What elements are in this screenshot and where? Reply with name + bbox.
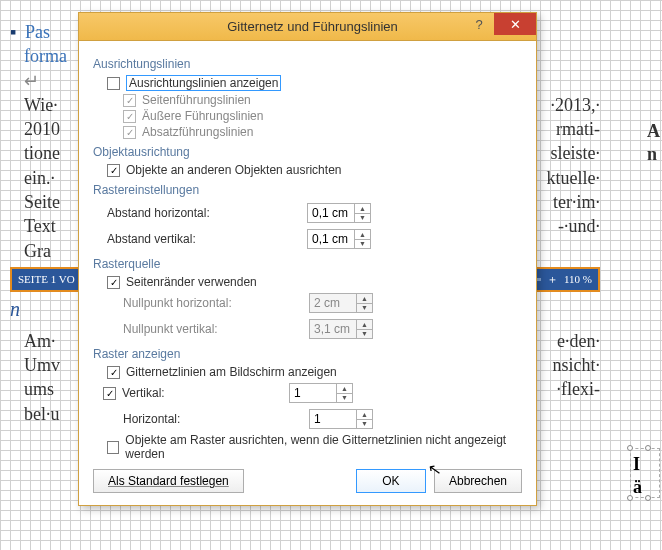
- chevron-up-icon[interactable]: ▲: [337, 384, 352, 394]
- heading-line2: forma: [24, 46, 67, 66]
- spin-origin-h: 2 cm ▲▼: [309, 293, 373, 313]
- lbl-use-margins: Seitenränder verwenden: [126, 275, 257, 289]
- chk-use-margins[interactable]: [107, 276, 120, 289]
- close-button[interactable]: ✕: [494, 13, 536, 35]
- chevron-down-icon[interactable]: ▼: [337, 394, 352, 403]
- lbl-outer-guides: Äußere Führungslinien: [142, 109, 263, 123]
- para2-right: e·den· nsicht· ·flexi-: [553, 329, 601, 426]
- chevron-up-icon: ▲: [357, 294, 372, 304]
- grid-guides-dialog: Gitternetz und Führungslinien ? ✕ Ausric…: [78, 12, 537, 506]
- para1-left: Wie· 2010 tione ein.· Seite Text Gra: [24, 93, 60, 263]
- lbl-para-guides: Absatzführungslinien: [142, 125, 253, 139]
- spin-origin-v: 3,1 cm ▲▼: [309, 319, 373, 339]
- chevron-down-icon: ▼: [357, 304, 372, 313]
- status-page: SEITE 1 VO: [18, 272, 75, 287]
- spin-h-spacing[interactable]: 0,1 cm ▲▼: [307, 203, 371, 223]
- para1-right: ·2013,· rmati- sleiste· ktuelle· ter·im·…: [547, 93, 600, 263]
- lbl-h-spacing: Abstand horizontal:: [107, 206, 307, 220]
- chevron-up-icon: ▲: [357, 320, 372, 330]
- spin-horizontal[interactable]: 1 ▲▼: [309, 409, 373, 429]
- status-zoom: 110 %: [564, 272, 592, 287]
- lbl-horizontal: Horizontal:: [123, 412, 309, 426]
- lbl-origin-v: Nullpunkt vertikal:: [123, 322, 309, 336]
- zoom-plus-icon[interactable]: ＋: [547, 272, 558, 287]
- side-text: A n: [647, 120, 660, 167]
- lbl-snap-objects: Objekte an anderen Objekten ausrichten: [126, 163, 341, 177]
- cancel-button[interactable]: Abbrechen: [434, 469, 522, 493]
- chk-snap-when-hidden[interactable]: [107, 441, 119, 454]
- chk-para-guides: [123, 126, 136, 139]
- help-button[interactable]: ?: [464, 13, 494, 35]
- group-grid-settings: Rastereinstellungen: [93, 183, 522, 197]
- chk-show-grid[interactable]: [107, 366, 120, 379]
- set-default-button[interactable]: Als Standard festlegen: [93, 469, 244, 493]
- para2-left: Am· Umv ums bel·u: [24, 329, 60, 426]
- group-grid-origin: Rasterquelle: [93, 257, 522, 271]
- side-selection-box: I ä: [630, 448, 660, 498]
- heading-fragment-left: Pas: [25, 22, 50, 42]
- spin-vertical[interactable]: 1 ▲▼: [289, 383, 353, 403]
- lbl-page-guides: Seitenführungslinien: [142, 93, 251, 107]
- chk-snap-objects[interactable]: [107, 164, 120, 177]
- chk-page-guides: [123, 94, 136, 107]
- chk-outer-guides: [123, 110, 136, 123]
- group-grid-display: Raster anzeigen: [93, 347, 522, 361]
- chevron-down-icon[interactable]: ▼: [355, 240, 370, 249]
- lbl-snap-when-hidden: Objekte am Raster ausrichten, wenn die G…: [125, 433, 522, 461]
- chevron-up-icon[interactable]: ▲: [355, 230, 370, 240]
- lbl-show-grid: Gitternetzlinien am Bildschirm anzeigen: [126, 365, 337, 379]
- bullet-icon: ▪: [10, 22, 16, 42]
- group-obj-align: Objektausrichtung: [93, 145, 522, 159]
- chevron-down-icon[interactable]: ▼: [355, 214, 370, 223]
- lbl-vertical: Vertikal:: [122, 386, 289, 400]
- lbl-origin-h: Nullpunkt horizontal:: [123, 296, 309, 310]
- chevron-up-icon[interactable]: ▲: [355, 204, 370, 214]
- dialog-titlebar[interactable]: Gitternetz und Führungslinien ? ✕: [79, 13, 536, 41]
- chevron-down-icon: ▼: [357, 330, 372, 339]
- chevron-up-icon[interactable]: ▲: [357, 410, 372, 420]
- lbl-v-spacing: Abstand vertikal:: [107, 232, 307, 246]
- ok-button[interactable]: OK: [356, 469, 426, 493]
- chevron-down-icon[interactable]: ▼: [357, 420, 372, 429]
- lbl-show-align: Ausrichtungslinien anzeigen: [126, 75, 281, 91]
- chk-vertical[interactable]: [103, 387, 116, 400]
- spin-v-spacing[interactable]: 0,1 cm ▲▼: [307, 229, 371, 249]
- chk-show-align[interactable]: [107, 77, 120, 90]
- group-align-lines: Ausrichtungslinien: [93, 57, 522, 71]
